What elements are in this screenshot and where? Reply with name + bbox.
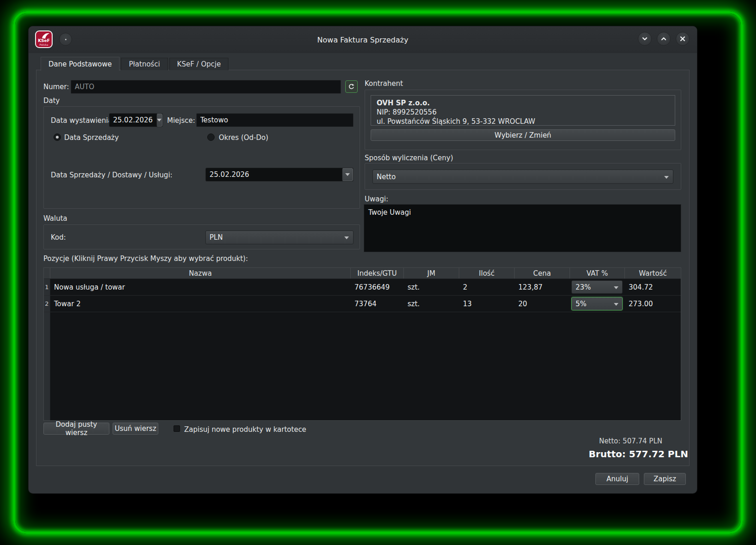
cell-jm[interactable]: szt. xyxy=(404,296,459,312)
price-mode-select[interactable]: Netto xyxy=(372,170,673,184)
tab-dane-podstawowe[interactable]: Dane Podstawowe xyxy=(41,57,120,71)
items-table[interactable]: Nazwa Indeks/GTU JM Ilość Cena VAT % War… xyxy=(43,267,681,421)
tab-platnosci[interactable]: Płatności xyxy=(121,58,168,70)
chevron-down-icon xyxy=(614,286,618,289)
invoice-window: KSeF Polska Nowa Faktura Sprzedaży Dane … xyxy=(29,26,697,493)
waluta-group-label: Waluta xyxy=(43,214,67,223)
refresh-icon xyxy=(348,83,355,90)
sale-date-value: 25.02.2026 xyxy=(206,168,342,181)
totals: Netto: 507.74 PLN Brutto: 577.72 PLN xyxy=(589,437,688,460)
row-number: 2 xyxy=(44,296,50,312)
window-title: Nowa Faktura Sprzedaży xyxy=(29,26,697,53)
tab-ksef-opcje[interactable]: KSeF / Opcje xyxy=(169,58,229,70)
save-products-checkbox-label[interactable]: Zapisuj nowe produkty w kartotece xyxy=(184,425,306,434)
select-kontrahent-button[interactable]: Wybierz / Zmień xyxy=(371,129,675,141)
numer-input[interactable] xyxy=(71,80,341,94)
cell-ilosc[interactable]: 2 xyxy=(459,279,515,295)
maximize-button[interactable] xyxy=(657,32,671,46)
row-number: 1 xyxy=(44,279,50,295)
cell-indeks[interactable]: 76736649 xyxy=(351,279,404,295)
app-icon-text: KSeF xyxy=(38,39,50,43)
col-ilosc: Ilość xyxy=(459,268,515,279)
cell-vat: 5% xyxy=(570,296,625,312)
save-products-checkbox[interactable] xyxy=(174,425,180,432)
waluta-groupbox: Kod: PLN xyxy=(43,224,360,249)
chevron-up-icon xyxy=(660,35,667,42)
vat-select[interactable]: 23% xyxy=(571,280,623,294)
sposob-groupbox: Netto xyxy=(365,163,681,190)
col-vat: VAT % xyxy=(570,268,625,279)
app-icon-subtext: Polska xyxy=(40,43,48,46)
tabbar: Dane Podstawowe Płatności KSeF / Opcje xyxy=(41,57,230,70)
col-wartosc: Wartość xyxy=(625,268,681,279)
col-rownum xyxy=(44,268,50,279)
chevron-down-icon xyxy=(664,176,669,179)
sposob-group-label: Sposób wyliczenia (Ceny) xyxy=(365,154,453,162)
kontrahent-info: OVH SP z.o.o. NIP: 8992520556 ul. Powsta… xyxy=(371,95,675,126)
titlebar: KSeF Polska Nowa Faktura Sprzedaży xyxy=(29,26,697,53)
minimize-button[interactable] xyxy=(638,32,652,46)
cell-nazwa[interactable]: Nowa usługa / towar xyxy=(50,279,351,295)
netto-total: Netto: 507.74 PLN xyxy=(589,437,688,445)
col-indeks: Indeks/GTU xyxy=(351,268,404,279)
issue-date-dropdown-button[interactable] xyxy=(156,114,162,127)
radio-okres-od-do[interactable] xyxy=(207,133,215,141)
cell-indeks[interactable]: 73764 xyxy=(351,296,404,312)
add-row-button[interactable]: Dodaj pusty wiersz xyxy=(43,423,109,435)
chevron-down-icon xyxy=(157,119,162,121)
issue-date-combo[interactable]: 25.02.2026 xyxy=(109,113,163,127)
currency-select[interactable]: PLN xyxy=(205,230,354,244)
remove-row-button[interactable]: Usuń wiersz xyxy=(113,423,158,435)
cell-wartosc: 273.00 xyxy=(625,296,681,312)
price-mode-value: Netto xyxy=(377,173,396,181)
main-panel: Numer: Daty Data wystawienia: 25.02.2026… xyxy=(36,70,690,466)
col-cena: Cena xyxy=(515,268,570,279)
daty-group-label: Daty xyxy=(43,97,60,105)
place-label: Miejsce: xyxy=(167,116,195,125)
radio-data-sprzedazy-label[interactable]: Data Sprzedaży xyxy=(64,133,119,142)
sale-date-label: Data Sprzedaży / Dostawy / Usługi: xyxy=(51,171,173,179)
cancel-button[interactable]: Anuluj xyxy=(595,473,639,485)
uwagi-textarea[interactable]: Twoje Uwagi xyxy=(364,204,681,252)
currency-code-label: Kod: xyxy=(51,233,66,242)
chevron-down-icon xyxy=(614,303,618,306)
kontrahent-name: OVH SP z.o.o. xyxy=(377,98,669,108)
place-input[interactable] xyxy=(196,113,354,127)
kontrahent-address: ul. Powstańców Śląskich 9, 53-332 WROCLA… xyxy=(377,117,669,126)
cell-vat: 23% xyxy=(570,279,625,295)
vat-value: 5% xyxy=(576,300,587,308)
radio-data-sprzedazy[interactable] xyxy=(54,133,61,141)
numer-label: Numer: xyxy=(43,83,69,91)
vat-select[interactable]: 5% xyxy=(571,297,623,310)
issue-date-value: 25.02.2026 xyxy=(109,114,156,127)
cell-jm[interactable]: szt. xyxy=(404,279,459,295)
cell-nazwa[interactable]: Towar 2 xyxy=(50,296,351,312)
save-button[interactable]: Zapisz xyxy=(644,473,686,485)
kontrahent-group-label: Kontrahent xyxy=(365,79,403,88)
daty-groupbox: Data wystawienia: 25.02.2026 Miejsce: Da… xyxy=(43,106,360,209)
close-button[interactable] xyxy=(676,32,690,46)
cell-cena[interactable]: 123,87 xyxy=(515,279,570,295)
cell-ilosc[interactable]: 13 xyxy=(459,296,515,312)
currency-value: PLN xyxy=(210,233,223,242)
radio-okres-label[interactable]: Okres (Od-Do) xyxy=(219,133,268,142)
refresh-number-button[interactable] xyxy=(345,80,358,93)
uwagi-label: Uwagi: xyxy=(365,195,388,203)
chevron-down-icon xyxy=(344,236,349,239)
issue-date-label: Data wystawienia: xyxy=(51,116,114,125)
col-nazwa: Nazwa xyxy=(50,268,351,279)
col-jm: JM xyxy=(404,268,459,279)
sale-date-combo[interactable]: 25.02.2026 xyxy=(205,168,354,182)
table-row[interactable]: 1 Nowa usługa / towar 76736649 szt. 2 12… xyxy=(44,279,681,296)
sale-date-dropdown-button[interactable] xyxy=(342,168,353,181)
kontrahent-groupbox: OVH SP z.o.o. NIP: 8992520556 ul. Powsta… xyxy=(365,90,681,150)
table-row[interactable]: 2 Towar 2 73764 szt. 13 20 5% 273.00 xyxy=(44,296,681,312)
kontrahent-nip: NIP: 8992520556 xyxy=(377,108,669,117)
pozycje-label: Pozycje (Kliknij Prawy Przycisk Myszy ab… xyxy=(43,254,248,263)
cell-cena[interactable]: 20 xyxy=(515,296,570,312)
brutto-total: Brutto: 577.72 PLN xyxy=(589,448,688,460)
close-icon xyxy=(679,35,686,42)
vat-value: 23% xyxy=(576,283,591,291)
chevron-down-icon xyxy=(345,173,350,176)
cell-wartosc: 304.72 xyxy=(625,279,681,295)
